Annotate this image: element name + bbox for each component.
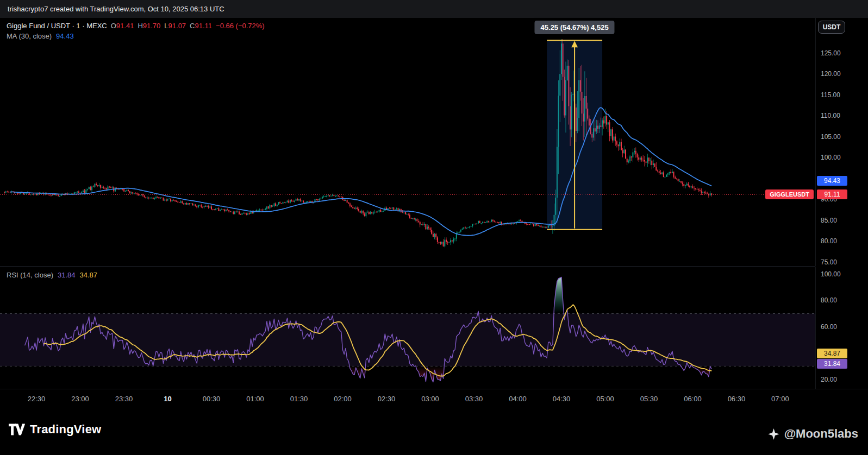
tradingview-logo-icon	[9, 422, 25, 437]
attribution-bar: trishacrypto7 created with TradingView.c…	[0, 0, 868, 18]
ma-legend[interactable]: MA (30, close) 94.43	[7, 32, 74, 40]
price-axis-label: 115.00	[821, 91, 840, 99]
low-value: 91.07	[168, 22, 186, 30]
ma-price-badge: 94.43	[817, 176, 847, 186]
tradingview-chart-screenshot: trishacrypto7 created with TradingView.c…	[0, 0, 868, 455]
time-label: 10	[164, 395, 171, 403]
time-label: 02:00	[334, 395, 352, 403]
price-axis[interactable]: USDT 94.43 91.11 125.00120.00115.00110.0…	[815, 18, 868, 266]
price-axis-label: 80.00	[821, 237, 837, 245]
time-label: 03:00	[421, 395, 439, 403]
price-pane[interactable]: Giggle Fund / USDT · 1 · MEXC O 91.41 H …	[0, 18, 815, 266]
symbol-title[interactable]: Giggle Fund / USDT · 1 · MEXC	[7, 22, 107, 30]
measurement-tooltip: 45.25 (54.67%) 4,525	[535, 21, 615, 34]
rsi-axis-label: 100.00	[821, 270, 841, 278]
time-label: 05:30	[640, 395, 658, 403]
time-label: 06:30	[728, 395, 746, 403]
time-label: 05:00	[596, 395, 614, 403]
price-axis-label: 110.00	[821, 112, 840, 119]
tradingview-logo[interactable]: TradingView	[9, 422, 101, 437]
price-axis-label: 105.00	[821, 133, 841, 141]
rsi-value: 31.84	[58, 271, 76, 279]
time-label: 23:30	[115, 395, 133, 403]
time-label: 03:30	[465, 395, 483, 403]
high-label: H	[138, 22, 142, 30]
rsi-label: RSI (14, close)	[7, 271, 53, 279]
rsi-chart-canvas[interactable]	[0, 267, 815, 389]
ma-value: 94.43	[56, 32, 74, 40]
currency-toggle-usdt[interactable]: USDT	[818, 21, 845, 34]
high-value: 91.70	[143, 22, 161, 30]
bottom-bar: TradingView @Moon5labs	[0, 410, 868, 455]
time-label: 06:00	[684, 395, 702, 403]
watermark-text: @Moon5labs	[784, 427, 858, 441]
current-price-badge: 91.11	[817, 189, 847, 199]
close-label: C	[190, 22, 195, 30]
price-axis-label: 75.00	[821, 258, 837, 266]
rsi-ma-badge: 34.87	[817, 349, 847, 358]
price-axis-label: 125.00	[821, 49, 841, 57]
price-axis-label: 120.00	[821, 70, 841, 78]
time-label: 01:30	[290, 395, 308, 403]
ma-label: MA (30, close)	[7, 32, 52, 40]
rsi-legend[interactable]: RSI (14, close) 31.84 34.87	[7, 271, 97, 279]
low-label: L	[164, 22, 168, 30]
rsi-axis-label: 60.00	[821, 323, 837, 331]
watermark: @Moon5labs	[768, 427, 858, 441]
time-axis[interactable]: 22:3023:0023:301000:3001:0001:3002:0002:…	[0, 389, 868, 410]
time-label: 04:00	[509, 395, 527, 403]
attribution-text: trishacrypto7 created with TradingView.c…	[8, 5, 224, 13]
open-value: 91.41	[116, 22, 134, 30]
time-label: 04:30	[553, 395, 571, 403]
price-chart-canvas[interactable]	[0, 18, 815, 266]
rsi-pane[interactable]: RSI (14, close) 31.84 34.87	[0, 267, 815, 389]
time-label: 02:30	[378, 395, 396, 403]
time-label: 23:00	[71, 395, 89, 403]
change-value: −0.66 (−0.72%)	[216, 22, 265, 30]
sparkle-icon	[768, 428, 779, 440]
price-axis-label: 85.00	[821, 217, 837, 224]
tradingview-wordmark: TradingView	[30, 422, 101, 437]
price-axis-label: 100.00	[821, 154, 841, 161]
rsi-value-badge: 31.84	[817, 359, 847, 369]
price-legend[interactable]: Giggle Fund / USDT · 1 · MEXC O 91.41 H …	[7, 22, 265, 30]
rsi-axis-label: 20.00	[821, 376, 837, 383]
open-label: O	[111, 22, 116, 30]
rsi-axis-label: 80.00	[821, 296, 837, 304]
time-label: 22:30	[28, 395, 46, 403]
time-label: 00:30	[203, 395, 221, 403]
rsi-axis[interactable]: 34.87 31.84 100.0080.0060.0020.00	[815, 267, 868, 389]
time-label: 07:00	[771, 395, 789, 403]
symbol-price-label: GIGGLEUSDT	[765, 189, 814, 199]
time-label: 01:00	[246, 395, 264, 403]
rsi-ma-value: 34.87	[80, 271, 98, 279]
close-value: 91.11	[195, 22, 213, 30]
